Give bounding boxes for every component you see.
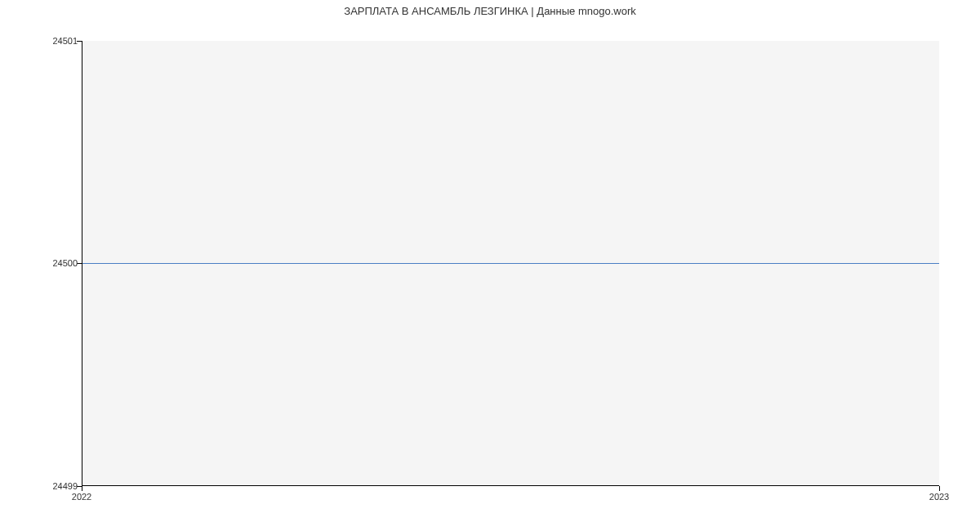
data-line-series bbox=[82, 263, 939, 264]
x-axis-tick-label: 2023 bbox=[929, 492, 949, 502]
y-axis-tick-label: 24500 bbox=[52, 258, 78, 268]
x-axis-tick-mark bbox=[939, 486, 940, 491]
chart-title: ЗАРПЛАТА В АНСАМБЛЬ ЛЕЗГИНКА | Данные mn… bbox=[0, 5, 980, 17]
chart-plot-area bbox=[82, 41, 939, 486]
y-axis-tick-label: 24499 bbox=[52, 481, 78, 491]
y-axis-tick-label: 24501 bbox=[52, 36, 78, 46]
x-axis-tick-label: 2022 bbox=[72, 492, 91, 502]
x-axis-tick-mark bbox=[82, 486, 82, 491]
